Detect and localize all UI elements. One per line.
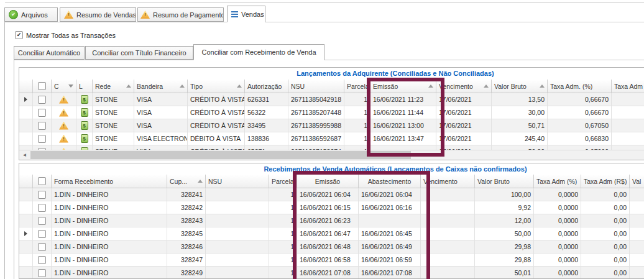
cell-taxa_rs: 0,00	[581, 227, 630, 240]
cell-abastecimento: 16/06/2021 06:04	[359, 188, 421, 201]
table-row[interactable]: 1.DIN - DINHEIRO328246116/06/2021 06:481…	[19, 240, 644, 254]
cell-abastecimento: 16/06/2021 06:59	[359, 254, 421, 267]
row-checkbox[interactable]	[38, 204, 46, 212]
row-checkbox[interactable]	[38, 243, 46, 251]
table-row[interactable]: !$STONEVISACRÉDITO À VISTA62633126711385…	[19, 93, 644, 106]
cell-nsu	[206, 254, 269, 267]
select-all-checkbox[interactable]	[38, 82, 46, 90]
table-row[interactable]: 1.DIN - DINHEIRO328249116/06/2021 07:081…	[19, 267, 644, 279]
col-header-vencimento[interactable]: Vencimento	[436, 80, 492, 93]
cell-parcelas: 1	[269, 188, 297, 201]
cell-abastecimento: 16/06/2021 06:49	[359, 240, 421, 254]
filter-dropdown-icon[interactable]	[68, 85, 73, 88]
tab-arquivos[interactable]: ✔ Arquivos	[4, 7, 58, 22]
status-cell: !	[52, 119, 76, 132]
cell-emissao: 16/06/2021 06:23	[297, 214, 359, 227]
row-select-cell	[33, 267, 52, 279]
col-header-l[interactable]: L	[76, 80, 93, 93]
table-row[interactable]: 1.DIN - DINHEIRO328243116/06/2021 06:231…	[19, 214, 644, 227]
cell-bandeira: VISA	[134, 119, 188, 132]
table-row[interactable]: 1.DIN - DINHEIRO328242116/06/2021 06:151…	[19, 201, 644, 214]
col-header-nsu[interactable]: NSU	[288, 80, 344, 93]
cell-forma: 1.DIN - DINHEIRO	[52, 188, 167, 201]
cell-valor_bruto: 100,00	[475, 188, 534, 201]
row-checkbox[interactable]	[38, 96, 46, 104]
select-all-checkbox[interactable]	[38, 177, 46, 185]
cell-emissao: 16/06/2021 06:04	[297, 188, 359, 201]
table-row[interactable]: !$STONEVISA ELECTRONDÉBITO À VISTA138836…	[19, 132, 644, 145]
col-header-valor-bruto[interactable]: Valor Bruto	[492, 80, 548, 93]
col-header-emiss-o[interactable]: Emissão	[297, 175, 359, 188]
warning-icon: !	[59, 96, 68, 104]
show-all-checkbox[interactable]: ✔	[15, 31, 23, 39]
cell-taxa_adm_pct: 0,66670	[548, 106, 612, 119]
cell-nsu	[206, 214, 269, 227]
col-header-taxa-adm-r[interactable]: Taxa Adm (R$)	[581, 175, 630, 188]
table-row[interactable]: 1.DIN - DINHEIRO328241116/06/2021 06:041…	[19, 188, 644, 201]
cell-valor_bruto: 50,01	[475, 267, 534, 279]
col-header-vencimento[interactable]: Vencimento	[421, 175, 475, 188]
cell-parcelas: 1	[269, 267, 297, 279]
horizontal-scrollbar[interactable]: ◄	[19, 150, 644, 160]
col-header-taxa-adm[interactable]: Taxa Adm. (%)	[548, 80, 612, 93]
row-indicator-cell	[19, 119, 33, 132]
cell-valor_bruto: 29,88	[475, 254, 534, 267]
cell-tipo: CRÉDITO À VISTA	[188, 119, 245, 132]
cell-cupom: 328242	[167, 201, 206, 214]
col-header-rede[interactable]: Rede	[93, 80, 134, 93]
row-checkbox[interactable]	[38, 269, 46, 277]
row-checkbox[interactable]	[38, 109, 46, 117]
row-checkbox[interactable]	[38, 122, 46, 130]
cell-val	[630, 214, 644, 227]
cell-nsu	[206, 240, 269, 254]
tab-resumo-de-pagamentos[interactable]: ! Resumo de Pagamentos	[137, 7, 224, 22]
col-header-nsu[interactable]: NSU	[206, 175, 269, 188]
col-header-cup[interactable]: Cup...	[167, 175, 206, 188]
subtab-conciliar-titulo-financeiro[interactable]: Conciliar com Título Financeiro	[85, 46, 193, 60]
col-header-emiss-o[interactable]: Emissão	[370, 80, 436, 93]
sort-asc-icon	[428, 85, 433, 88]
row-indicator-cell	[19, 254, 33, 267]
table-row[interactable]: 1.DIN - DINHEIRO328245116/06/2021 06:471…	[19, 227, 644, 240]
receipts-table: Recebimentos de Venda Automáticos (Lança…	[19, 163, 644, 279]
row-indicator-cell	[19, 132, 33, 145]
table-row[interactable]: !$STONEVISACRÉDITO À VISTA56322267113852…	[19, 106, 644, 119]
tab-vendas[interactable]: Vendas	[227, 6, 265, 22]
row-checkbox[interactable]	[38, 230, 46, 238]
col-header-bandeira[interactable]: Bandeira	[134, 80, 188, 93]
scrollbar-thumb[interactable]	[30, 151, 411, 159]
row-select-cell	[33, 106, 52, 119]
money-icon: $	[81, 121, 88, 130]
cell-nsu	[206, 188, 269, 201]
col-header-autoriza-o[interactable]: Autorização	[245, 80, 288, 93]
col-header-parcelas[interactable]: Parcelas	[269, 175, 297, 188]
col-header-valor-bruto[interactable]: Valor Bruto	[475, 175, 534, 188]
table-row[interactable]: 1.DIN - DINHEIRO328247116/06/2021 06:581…	[19, 254, 644, 267]
subtab-conciliar-recebimento-venda[interactable]: Conciliar com Recebimento de Venda	[193, 44, 324, 60]
scroll-left-button[interactable]: ◄	[20, 151, 29, 159]
tab-label: Resumo de Pagamentos	[153, 11, 224, 19]
row-select-cell	[33, 201, 52, 214]
subtab-conciliar-automatico[interactable]: Conciliar Automático	[14, 46, 85, 60]
status-cell: !	[52, 132, 76, 145]
col-header-taxa-adm[interactable]: Taxa Adm	[612, 80, 644, 93]
table-row[interactable]: !$STONEVISACRÉDITO À VISTA33495267113859…	[19, 119, 644, 132]
col-header-abastecimento[interactable]: Abastecimento	[359, 175, 421, 188]
cell-taxa_pct: 0,0000	[534, 188, 581, 201]
col-header-taxa-adm[interactable]: Taxa Adm (%)	[534, 175, 581, 188]
col-header-c[interactable]: C	[52, 80, 76, 93]
panel-left-border	[4, 22, 5, 279]
row-select-cell	[33, 119, 52, 132]
row-checkbox[interactable]	[38, 191, 46, 199]
row-checkbox[interactable]	[38, 217, 46, 225]
col-header-forma-recebimento[interactable]: Forma Recebimento	[52, 175, 167, 188]
row-checkbox[interactable]	[38, 135, 46, 143]
row-checkbox[interactable]	[38, 256, 46, 264]
col-header-parcela[interactable]: Parcela	[344, 80, 370, 93]
col-header-val[interactable]: Val	[630, 175, 644, 188]
money-icon: $	[81, 134, 88, 143]
launch-cell: $	[76, 119, 93, 132]
cell-abastecimento	[359, 214, 421, 227]
col-header-tipo[interactable]: Tipo	[188, 80, 245, 93]
tab-resumo-de-vendas[interactable]: ! Resumo de Vendas	[60, 7, 136, 22]
